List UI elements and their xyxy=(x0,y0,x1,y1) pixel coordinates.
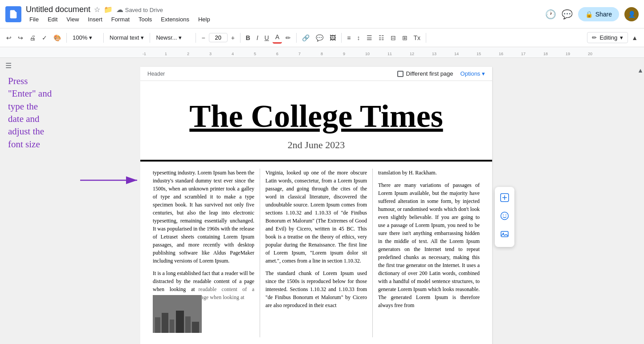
column-3[interactable]: translation by H. Rackham. There are man… xyxy=(373,169,485,337)
underline-button[interactable]: U xyxy=(262,32,272,43)
undo-button[interactable]: ↩ xyxy=(4,32,14,43)
svg-text:19: 19 xyxy=(566,52,570,56)
svg-text:12: 12 xyxy=(410,52,414,56)
insert-image-button[interactable] xyxy=(497,227,512,243)
menu-tools[interactable]: Tools xyxy=(135,15,155,24)
doc-title-area: The College Times 2nd June 2023 xyxy=(140,81,492,162)
folder-icon[interactable]: 📁 xyxy=(104,5,113,14)
menu-insert[interactable]: Insert xyxy=(84,15,106,24)
menu-help[interactable]: Help xyxy=(195,15,214,24)
main-area: ☰ Press "Enter" and type the date and ad… xyxy=(0,58,644,344)
annotation: Press "Enter" and type the date and adju… xyxy=(8,75,124,150)
toolbar-sep-3 xyxy=(150,33,150,43)
collapse-toolbar-button[interactable]: ▲ xyxy=(629,32,640,43)
add-element-button[interactable] xyxy=(497,190,512,207)
svg-text:14: 14 xyxy=(454,52,459,56)
image-button[interactable]: 🖼 xyxy=(327,32,338,43)
share-button[interactable]: 🔒 Share xyxy=(578,7,619,21)
doc-info: Untitled document ☆ 📁 ☁ Saved to Drive F… xyxy=(26,5,545,24)
spellcheck-button[interactable]: ✓ xyxy=(39,32,50,43)
font-size-decrease-button[interactable]: − xyxy=(199,32,208,43)
font-size-input[interactable] xyxy=(209,33,228,42)
svg-text:6: 6 xyxy=(276,52,278,56)
right-panel: ▲ xyxy=(637,58,644,344)
svg-point-37 xyxy=(503,214,504,215)
bold-button[interactable]: B xyxy=(243,32,253,43)
comment-button[interactable]: 💬 xyxy=(313,32,326,43)
svg-text:11: 11 xyxy=(387,52,392,56)
history-button[interactable]: 🕐 xyxy=(545,9,556,20)
svg-rect-29 xyxy=(170,320,174,333)
svg-text:13: 13 xyxy=(432,52,436,56)
menu-format[interactable]: Format xyxy=(108,15,133,24)
doc-scroll[interactable]: Header Different first page Options ▾ Th… xyxy=(140,58,637,344)
link-button[interactable]: 🔗 xyxy=(299,32,312,43)
diff-first-page: Different first page xyxy=(397,70,453,77)
newspaper-title[interactable]: The College Times xyxy=(167,99,465,134)
svg-text:15: 15 xyxy=(477,52,481,56)
chat-button[interactable]: 💬 xyxy=(562,9,573,20)
bullets-button[interactable]: ☰ xyxy=(364,32,375,43)
menu-view[interactable]: View xyxy=(63,15,82,24)
diff-first-page-checkbox[interactable] xyxy=(397,71,404,77)
svg-rect-27 xyxy=(155,317,160,333)
sidebar-left: ☰ Press "Enter" and type the date and ad… xyxy=(0,58,140,344)
svg-text:18: 18 xyxy=(543,52,548,56)
collapse-sidebar-button[interactable]: ▲ xyxy=(637,67,644,74)
svg-text:9: 9 xyxy=(343,52,345,56)
svg-text:7: 7 xyxy=(298,52,301,56)
top-right: 🕐 💬 🔒 Share 👤 xyxy=(545,7,639,21)
svg-text:3: 3 xyxy=(209,52,212,56)
line-spacing-button[interactable]: ↕ xyxy=(355,32,363,43)
toolbar-sep-6 xyxy=(296,33,297,43)
emoji-button[interactable] xyxy=(497,209,512,225)
svg-text:8: 8 xyxy=(321,52,323,56)
font-select[interactable]: Newsr... ▾ xyxy=(153,32,193,43)
toolbar-sep-4 xyxy=(196,33,196,43)
indent-increase-button[interactable]: ⊞ xyxy=(399,32,410,43)
svg-text:4: 4 xyxy=(232,52,234,56)
pencil-icon: ✏ xyxy=(592,34,597,41)
italic-button[interactable]: I xyxy=(254,32,261,43)
style-select[interactable]: Normal text ▾ xyxy=(106,32,147,43)
svg-text:10: 10 xyxy=(365,52,370,56)
app-icon xyxy=(5,6,21,22)
align-button[interactable]: ≡ xyxy=(344,32,353,43)
font-size-increase-button[interactable]: + xyxy=(228,32,237,43)
print-button[interactable]: 🖨 xyxy=(27,32,38,43)
toolbar: ↩ ↪ 🖨 ✓ 🎨 100% ▾ Normal text ▾ Newsr... … xyxy=(0,28,644,47)
redo-button[interactable]: ↪ xyxy=(15,32,26,43)
star-icon[interactable]: ☆ xyxy=(94,5,100,14)
menu-file[interactable]: File xyxy=(26,15,42,24)
options-button[interactable]: Options ▾ xyxy=(461,70,485,77)
paint-format-button[interactable]: 🎨 xyxy=(51,32,64,43)
menu-edit[interactable]: Edit xyxy=(44,15,61,24)
menu-extensions[interactable]: Extensions xyxy=(157,15,193,24)
header-label: Header xyxy=(147,71,165,77)
editing-mode-select[interactable]: ✏ Editing ▾ xyxy=(587,32,628,43)
text-color-button[interactable]: A xyxy=(273,32,282,44)
toolbar-sep-8 xyxy=(426,33,426,43)
doc-title[interactable]: Untitled document xyxy=(26,5,90,14)
col1-para1: typesetting industry. Lorem Ipsum has be… xyxy=(153,169,254,265)
svg-text:20: 20 xyxy=(588,52,592,56)
outline-icon[interactable]: ☰ xyxy=(5,61,12,70)
column-2[interactable]: Virginia, looked up one of the more obsc… xyxy=(260,169,373,337)
newspaper-date[interactable]: 2nd June 2023 xyxy=(167,139,465,151)
lock-icon: 🔒 xyxy=(585,11,593,18)
clear-format-button[interactable]: Tx xyxy=(411,32,424,43)
svg-rect-31 xyxy=(185,316,191,333)
svg-rect-32 xyxy=(192,322,199,333)
indent-decrease-button[interactable]: ⊟ xyxy=(388,32,399,43)
toolbar-sep-2 xyxy=(103,33,104,43)
highlight-button[interactable]: ✏ xyxy=(283,32,293,43)
svg-rect-39 xyxy=(501,231,508,237)
svg-text:17: 17 xyxy=(521,52,526,56)
svg-text:-1: -1 xyxy=(143,52,146,56)
svg-rect-30 xyxy=(176,311,184,333)
zoom-select[interactable]: 100% ▾ xyxy=(69,32,101,43)
numbered-list-button[interactable]: ☷ xyxy=(376,32,387,43)
column-1[interactable]: typesetting industry. Lorem Ipsum has be… xyxy=(147,169,260,337)
svg-rect-28 xyxy=(162,313,168,333)
doc-page: Header Different first page Options ▾ Th… xyxy=(140,67,492,344)
